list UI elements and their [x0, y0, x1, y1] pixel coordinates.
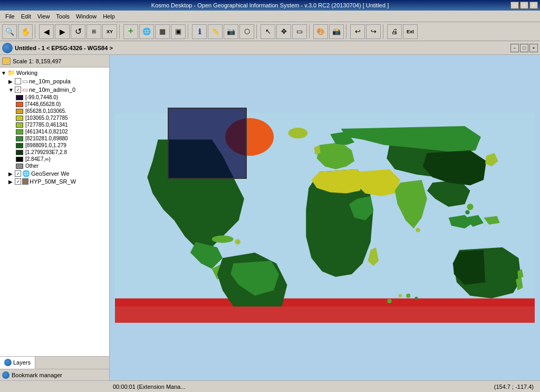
geoserver-expand-icon[interactable]: ▶: [8, 171, 14, 177]
svg-point-10: [467, 204, 473, 210]
hyp-expand-icon[interactable]: ▶: [8, 179, 14, 185]
main-content: Scale 1: 8,159,497 ▼ 📁 Working ▶ ▭ ne_10…: [0, 55, 540, 380]
layer-hyp-item[interactable]: ▶ HYP_50M_SR_W: [3, 178, 108, 185]
legend-color-0: [16, 95, 23, 100]
zoom-in-button[interactable]: 🔍: [2, 24, 17, 39]
map-window-controls: − □ ×: [510, 44, 538, 52]
back-button[interactable]: ◀: [39, 24, 54, 39]
scale-label: Scale 1:: [13, 58, 34, 64]
layers-tab-label: Layers: [13, 359, 31, 366]
colors-button[interactable]: 🎨: [313, 24, 328, 39]
title-bar: Kosmo Desktop - Open Geographical Inform…: [0, 0, 540, 11]
sep1: [35, 24, 37, 39]
undo-button[interactable]: ↩: [350, 24, 365, 39]
refresh-button[interactable]: ↺: [71, 24, 85, 39]
measure-button[interactable]: 📏: [208, 24, 223, 39]
admin-checkbox[interactable]: [15, 87, 21, 93]
admin-label: ne_10m_admin_0: [29, 87, 75, 93]
layer-popula-item[interactable]: ▶ ▭ ne_10m_popula: [3, 77, 108, 85]
layers-tab[interactable]: Layers: [0, 357, 35, 369]
menu-help[interactable]: Help: [100, 12, 118, 21]
legend-color-other: [16, 164, 23, 169]
bookmark-icon: [2, 371, 9, 379]
legend-item-3: [103065.0,727785: [3, 114, 108, 121]
zoom-xy-button[interactable]: XY: [102, 24, 117, 39]
admin-expand-icon[interactable]: ▼: [8, 87, 14, 93]
pan-button[interactable]: ✋: [18, 24, 33, 39]
add-wms-button[interactable]: 🌐: [139, 24, 154, 39]
hyp-checkbox[interactable]: [15, 178, 21, 185]
legend-item-2: [65628.0,103065.: [3, 108, 108, 114]
app-title: Kosmo Desktop - Open Geographical Inform…: [151, 2, 389, 8]
svg-point-3: [387, 299, 391, 303]
map-maximize-button[interactable]: □: [520, 44, 528, 52]
layer-admin-item[interactable]: ▼ ▭ ne_10m_admin_0: [3, 85, 108, 94]
minimize-button[interactable]: −: [510, 2, 519, 9]
working-group-label: Working: [16, 70, 37, 76]
legend-item-5: [4613414.0,82102: [3, 128, 108, 135]
popula-label: ne_10m_popula: [29, 78, 71, 84]
close-button[interactable]: ×: [529, 2, 538, 9]
select-box-button[interactable]: ▣: [171, 24, 186, 39]
add-layer-button[interactable]: +: [123, 24, 138, 39]
menu-window[interactable]: Window: [73, 12, 100, 21]
hyp-label: HYP_50M_SR_W: [30, 178, 76, 185]
table-button[interactable]: ▦: [155, 24, 170, 39]
plugin-button[interactable]: Ext: [403, 24, 418, 39]
layer-hyp-group: ▶ HYP_50M_SR_W: [1, 178, 108, 185]
forward-button[interactable]: ▶: [55, 24, 70, 39]
menu-bar: File Edit View Tools Window Help: [0, 11, 540, 22]
legend-color-6: [16, 136, 23, 141]
map-close-button[interactable]: ×: [529, 44, 538, 52]
popula-expand-icon[interactable]: ▶: [8, 79, 14, 84]
svg-point-4: [399, 294, 402, 297]
folder-icon[interactable]: [2, 58, 11, 65]
menu-tools[interactable]: Tools: [53, 12, 73, 21]
pointer-button[interactable]: ↖: [261, 24, 275, 39]
legend-item-6: [8210281.0,89880: [3, 135, 108, 142]
map-area[interactable]: [110, 55, 540, 380]
popula-checkbox[interactable]: [15, 78, 21, 84]
legend-color-7: [16, 143, 23, 148]
legend-label-4: [727785.0,461341: [25, 122, 68, 128]
geoserver-checkbox[interactable]: [15, 170, 21, 177]
working-expand-icon[interactable]: ▼: [1, 70, 6, 76]
svg-point-6: [414, 297, 418, 300]
map-minimize-button[interactable]: −: [510, 44, 519, 52]
scale-value: 8,159,497: [36, 58, 62, 64]
legend-color-3: [16, 116, 23, 121]
3d-button[interactable]: ⬡: [239, 24, 254, 39]
legend-item-4: [727785.0,461341: [3, 121, 108, 128]
working-group[interactable]: ▼ 📁 Working: [1, 69, 108, 77]
menu-view[interactable]: View: [34, 12, 53, 21]
bookmark-bar[interactable]: Bookmark manager: [0, 369, 109, 380]
sep5: [309, 24, 311, 39]
legend-item-8: [1.2799293E7,2.8: [3, 149, 108, 156]
info-button[interactable]: ℹ: [192, 24, 207, 39]
camera-button[interactable]: 📸: [329, 24, 344, 39]
svg-rect-13: [115, 307, 535, 323]
world-map: [115, 63, 535, 372]
window-controls: − + ×: [510, 2, 538, 9]
legend-color-2: [16, 109, 23, 114]
draw-rect-button[interactable]: ▭: [292, 24, 307, 39]
scale-bar: Scale 1: 8,159,497: [0, 55, 109, 68]
sep6: [346, 24, 348, 39]
screenshot-button[interactable]: 📷: [224, 24, 238, 39]
layer-geoserver-item[interactable]: ▶ 🌐 GeoServer We: [3, 169, 108, 178]
layers-tab-icon: [4, 359, 12, 366]
legend-item-0: [-99.0,7448.0): [3, 94, 108, 101]
sep7: [383, 24, 385, 39]
zoom-full-button[interactable]: ⊞: [86, 24, 101, 39]
menu-file[interactable]: File: [2, 12, 18, 21]
print-button[interactable]: 🖨: [387, 24, 402, 39]
legend-label-9: [2.84E7,∞): [25, 156, 51, 162]
redo-button[interactable]: ↪: [366, 24, 381, 39]
edit-node-button[interactable]: ✥: [276, 24, 291, 39]
menu-edit[interactable]: Edit: [18, 12, 34, 21]
legend-color-9: [16, 157, 23, 162]
legend-item-9: [2.84E7,∞): [3, 156, 108, 162]
legend-label-7: [8988091.0,1.279: [25, 142, 66, 148]
panel-tabs: Layers: [0, 356, 109, 369]
maximize-button[interactable]: +: [520, 2, 528, 9]
